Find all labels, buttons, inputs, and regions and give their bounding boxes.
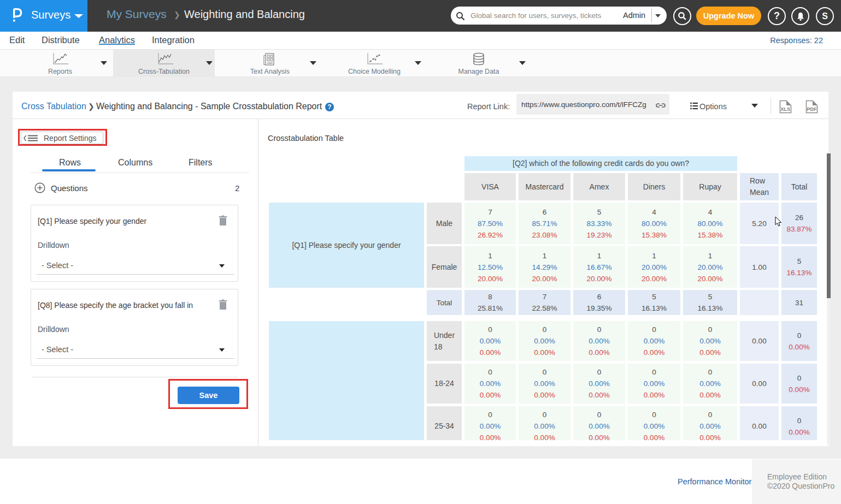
svg-text:PDF: PDF (807, 106, 818, 112)
svg-text:XLS: XLS (781, 106, 791, 112)
